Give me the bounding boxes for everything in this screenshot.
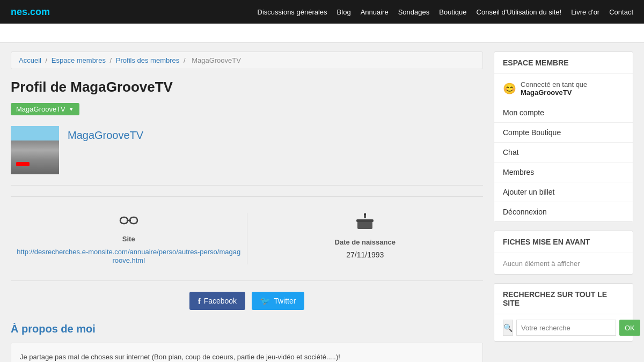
facebook-icon: f (198, 297, 201, 306)
site-detail: Site http://desrecherches.e-monsite.com/… (11, 208, 247, 270)
breadcrumb-profils[interactable]: Profils des membres (116, 56, 179, 64)
site-url-link[interactable]: http://desrecherches.e-monsite.com/annua… (17, 248, 240, 264)
facebook-button[interactable]: f Facebook (189, 292, 245, 310)
search-input[interactable] (516, 320, 616, 336)
site-value: http://desrecherches.e-monsite.com/annua… (16, 247, 241, 264)
site-logo: nes.com (11, 6, 50, 18)
nav-conseil[interactable]: Conseil d'Utilisation du site! (477, 8, 562, 16)
search-icon: 🔍 (503, 320, 513, 336)
nav-links: Discussions générales Blog Annuaire Sond… (258, 8, 633, 16)
search-button[interactable]: OK (619, 320, 640, 336)
search-header: RECHERCHEZ SUR TOUT LE SITE (494, 284, 633, 314)
svg-rect-0 (120, 217, 128, 224)
twitter-icon: 🐦 (260, 296, 270, 306)
nav-discussions[interactable]: Discussions générales (258, 8, 327, 16)
username-badge-label: MagaGrooveTV (16, 105, 65, 113)
about-title: À propos de moi (11, 323, 483, 335)
twitter-button[interactable]: 🐦 Twitter (252, 292, 304, 310)
search-row: 🔍 OK (494, 314, 633, 341)
profile-avatar (11, 126, 59, 174)
social-buttons: f Facebook 🐦 Twitter (11, 292, 483, 310)
birthday-value: 27/11/1993 (253, 250, 478, 259)
member-avatar-icon: 😊 (503, 82, 516, 95)
nav-annuaire[interactable]: Annuaire (361, 8, 389, 16)
profile-username-link[interactable]: MagaGrooveTV (68, 126, 143, 142)
breadcrumb-sep3: / (184, 56, 187, 64)
member-info: 😊 Connecté en tant que MagaGrooveTV (494, 74, 633, 103)
birthday-label: Date de naissance (253, 238, 478, 246)
fiches-header: FICHES MISE EN AVANT (494, 231, 633, 253)
profile-info-row: MagaGrooveTV (11, 126, 483, 186)
menu-deconnexion[interactable]: Déconnexion (494, 202, 633, 221)
profile-details: Site http://desrecherches.e-monsite.com/… (11, 196, 483, 281)
menu-mon-compte[interactable]: Mon compte (494, 103, 633, 123)
svg-rect-1 (130, 217, 137, 224)
nav-livreor[interactable]: Livre d'or (571, 8, 599, 16)
svg-rect-7 (356, 219, 374, 222)
connected-name: MagaGrooveTV (521, 88, 572, 97)
menu-chat[interactable]: Chat (494, 143, 633, 162)
twitter-label: Twitter (274, 297, 296, 305)
profile-title: Profil de MagaGrooveTV (11, 79, 483, 95)
menu-ajouter-billet[interactable]: Ajouter un billet (494, 182, 633, 202)
breadcrumb-sep1: / (46, 56, 49, 64)
about-content: Je partage pas mal de choses sur interne… (11, 343, 483, 362)
secondary-nav (0, 24, 644, 43)
breadcrumb-accueil[interactable]: Accueil (19, 56, 41, 64)
username-badge[interactable]: MagaGrooveTV ▼ (11, 103, 79, 115)
badge-arrow-icon: ▼ (69, 106, 74, 112)
connected-text: Connecté en tant que (521, 80, 587, 88)
fiches-card: FICHES MISE EN AVANT Aucun élément à aff… (494, 231, 633, 275)
breadcrumb-current: MagaGrooveTV (192, 56, 241, 64)
menu-compte-boutique[interactable]: Compte Boutique (494, 123, 633, 143)
member-info-text: Connecté en tant que MagaGrooveTV (521, 80, 587, 97)
birthday-detail: Date de naissance 27/11/1993 (247, 208, 484, 270)
avatar-image (11, 126, 59, 174)
page-wrapper: Accueil / Espace membres / Profils des m… (5, 43, 639, 362)
breadcrumb-sep2: / (110, 56, 114, 64)
site-icon (16, 213, 241, 232)
birthday-icon (253, 213, 478, 235)
menu-membres[interactable]: Membres (494, 162, 633, 182)
breadcrumb: Accueil / Espace membres / Profils des m… (11, 51, 483, 69)
breadcrumb-espace[interactable]: Espace membres (52, 56, 106, 64)
nav-boutique[interactable]: Boutique (439, 8, 466, 16)
nav-sondages[interactable]: Sondages (398, 8, 430, 16)
espace-membre-header: ESPACE MEMBRE (494, 52, 633, 74)
fiches-empty: Aucun élément à afficher (494, 253, 633, 274)
sidebar: ESPACE MEMBRE 😊 Connecté en tant que Mag… (494, 51, 633, 362)
main-content: Accueil / Espace membres / Profils des m… (11, 51, 483, 362)
top-navigation: nes.com Discussions générales Blog Annua… (0, 0, 644, 24)
nav-blog[interactable]: Blog (337, 8, 351, 16)
nav-contact[interactable]: Contact (609, 8, 633, 16)
about-line1: Je partage pas mal de choses sur interne… (20, 353, 340, 361)
espace-membre-card: ESPACE MEMBRE 😊 Connecté en tant que Mag… (494, 51, 633, 222)
facebook-label: Facebook (204, 297, 237, 305)
search-card: RECHERCHEZ SUR TOUT LE SITE 🔍 OK (494, 283, 633, 342)
site-label: Site (16, 235, 241, 243)
